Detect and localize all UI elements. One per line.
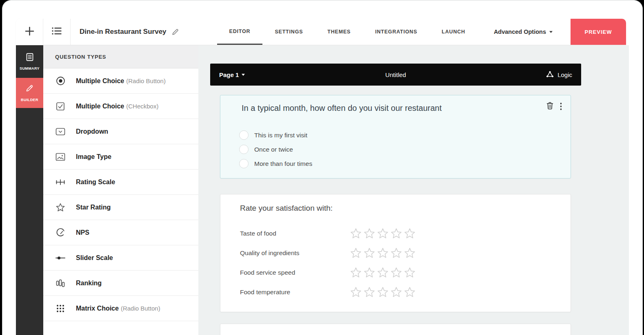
rating-row-4: Food temperature [240, 282, 558, 302]
logic-flow-icon [546, 71, 554, 79]
survey-title: Dine-in Restaurant Survey [80, 28, 167, 36]
rating-rows: Taste of food Quality of ingredients Foo… [240, 224, 558, 302]
star-icon [390, 286, 402, 298]
tab-themes[interactable]: THEMES [315, 19, 363, 45]
star-rating-row[interactable] [350, 267, 416, 279]
card-actions [546, 102, 563, 111]
list-icon [51, 26, 62, 37]
star-icon [377, 286, 389, 298]
radio-option-3[interactable]: More than four times [239, 159, 312, 168]
plus-icon [24, 26, 35, 38]
checkbox-icon [55, 102, 66, 111]
rating-row-3: Food service speed [240, 263, 558, 282]
left-rail: SUMMARY BUILDER [16, 45, 43, 335]
question-card-2[interactable]: Rate your satisfaction with: Taste of fo… [220, 194, 571, 312]
qtype-dropdown[interactable]: Dropdown [43, 119, 198, 144]
rail-item-summary[interactable]: SUMMARY [16, 45, 43, 78]
radio-option-2[interactable]: Once or twice [239, 145, 312, 154]
radio-icon [55, 76, 66, 86]
preview-button[interactable]: PREVIEW [571, 19, 626, 45]
tab-launch[interactable]: LAUNCH [429, 19, 477, 45]
rail-item-builder[interactable]: BUILDER [16, 78, 43, 108]
qtype-rating-scale[interactable]: Rating Scale [43, 170, 198, 195]
star-icon [350, 286, 362, 298]
caret-down-icon [242, 74, 245, 76]
rail-label: SUMMARY [20, 66, 40, 71]
qtype-slider-scale[interactable]: Slider Scale [43, 245, 198, 271]
tab-settings[interactable]: SETTINGS [262, 19, 315, 45]
star-icon [390, 227, 402, 240]
app-window: Dine-in Restaurant Survey EDITOR SETTING… [2, 0, 643, 335]
radio-option-1[interactable]: This is my first visit [239, 130, 312, 140]
ranking-icon [55, 278, 66, 288]
question-card-3[interactable] [220, 324, 571, 335]
question-card-1[interactable]: In a typical month, how often do you vis… [220, 95, 571, 179]
star-icon [363, 286, 375, 298]
star-rating-row[interactable] [350, 286, 416, 298]
question-list-button[interactable] [43, 19, 71, 45]
document-icon [26, 53, 33, 63]
star-icon [55, 203, 66, 212]
gauge-icon [55, 228, 66, 237]
tab-editor[interactable]: EDITOR [217, 19, 263, 45]
survey-title-area: Dine-in Restaurant Survey [71, 19, 217, 45]
pencil-icon [25, 84, 34, 94]
caret-down-icon [549, 31, 553, 33]
qtype-image-type[interactable]: Image Type [43, 144, 198, 170]
logic-button[interactable]: Logic [546, 71, 572, 79]
star-icon [363, 267, 375, 279]
rating-row-1: Taste of food [240, 224, 558, 243]
question-2-title[interactable]: Rate your satisfaction with: [240, 204, 333, 213]
radio-circle-icon[interactable] [239, 159, 249, 168]
qtype-nps[interactable]: NPS [43, 220, 198, 245]
radio-circle-icon[interactable] [239, 130, 249, 140]
edit-pencil-icon[interactable] [171, 28, 179, 36]
add-question-button[interactable] [16, 19, 43, 45]
question-1-title[interactable]: In a typical month, how often do you vis… [242, 104, 442, 113]
editor-canvas: Page 1 Untitled Logic In a typical month… [198, 45, 629, 335]
image-icon [55, 153, 66, 161]
star-icon [390, 267, 402, 279]
question-types-header: QUESTION TYPES [43, 45, 198, 68]
kebab-menu-icon[interactable] [560, 102, 563, 111]
rating-row-2: Quality of ingredients [240, 243, 558, 263]
radio-circle-icon[interactable] [239, 145, 249, 154]
star-icon [390, 247, 402, 259]
options-list: This is my first visit Once or twice Mor… [239, 130, 312, 168]
qtype-ranking[interactable]: Ranking [43, 271, 198, 296]
star-icon [404, 227, 416, 240]
star-icon [377, 267, 389, 279]
star-rating-row[interactable] [350, 227, 416, 240]
star-icon [350, 227, 362, 240]
page-selector[interactable]: Page 1 [219, 71, 245, 78]
page-bar: Page 1 Untitled Logic [210, 64, 581, 86]
page-title: Untitled [210, 71, 581, 78]
qtype-star-rating[interactable]: Star Rating [43, 195, 198, 220]
tab-integrations[interactable]: INTEGRATIONS [363, 19, 429, 45]
question-types-panel: QUESTION TYPES Multiple Choice(Radio But… [43, 45, 198, 335]
star-icon [404, 286, 416, 298]
rail-label: BUILDER [21, 98, 38, 102]
star-icon [350, 267, 362, 279]
star-icon [377, 247, 389, 259]
matrix-icon [55, 304, 66, 313]
slider-icon [55, 255, 66, 261]
star-icon [350, 247, 362, 259]
star-rating-row[interactable] [350, 247, 416, 259]
star-icon [363, 227, 375, 240]
toolbar: Dine-in Restaurant Survey EDITOR SETTING… [16, 19, 626, 45]
star-icon [404, 247, 416, 259]
star-icon [363, 247, 375, 259]
dropdown-icon [55, 128, 66, 136]
star-icon [377, 227, 389, 240]
advanced-options-dropdown[interactable]: Advanced Options [477, 19, 571, 45]
qtype-matrix-choice[interactable]: Matrix Choice(Radio Button) [43, 296, 198, 321]
qtype-multiple-choice-radio[interactable]: Multiple Choice(Radio Button) [43, 68, 198, 94]
trash-icon[interactable] [546, 102, 553, 111]
star-icon [404, 267, 416, 279]
main-tabs: EDITOR SETTINGS THEMES INTEGRATIONS LAUN… [217, 19, 477, 45]
qtype-multiple-choice-checkbox[interactable]: Multiple Choice(CHeckbox) [43, 94, 198, 119]
rating-scale-icon [55, 178, 66, 186]
